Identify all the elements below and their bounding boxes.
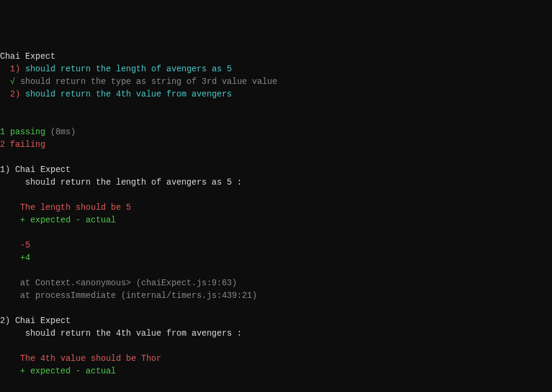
failure-suite: Chai Expect xyxy=(15,165,70,174)
passing-word: passing xyxy=(10,127,46,137)
passing-time: (8ms) xyxy=(50,127,76,137)
passing-count: 1 xyxy=(0,127,5,137)
failure-num: 2) xyxy=(0,316,10,325)
diff-header: + expected - actual xyxy=(20,366,116,376)
failure-test: should return the length of avengers as … xyxy=(25,177,242,187)
diff-actual: -5 xyxy=(20,240,31,250)
fail-marker: 1) xyxy=(10,64,20,74)
fail-marker: 2) xyxy=(10,89,20,99)
test-desc: should return the length of avengers as … xyxy=(25,64,232,74)
pass-marker: √ xyxy=(10,77,15,86)
terminal-output: Chai Expect 1) should return the length … xyxy=(0,50,552,392)
failing-count: 2 xyxy=(0,140,5,149)
failure-message: The 4th value should be Thor xyxy=(20,354,161,363)
failing-word: failing xyxy=(10,140,46,149)
test-desc: should return the 4th value from avenger… xyxy=(25,89,232,99)
failure-num: 1) xyxy=(0,165,10,174)
diff-expected: +4 xyxy=(20,253,31,263)
diff-header: + expected - actual xyxy=(20,215,116,225)
suite-name: Chai Expect xyxy=(0,52,55,61)
stack-line: at Context.<anonymous> (chaiExpect.js:9:… xyxy=(20,278,237,288)
failure-suite: Chai Expect xyxy=(15,316,70,325)
stack-line: at processImmediate (internal/timers.js:… xyxy=(20,291,257,300)
failure-test: should return the 4th value from avenger… xyxy=(25,328,242,338)
test-desc: should return the type as string of 3rd … xyxy=(20,77,277,86)
failure-message: The length should be 5 xyxy=(20,203,131,212)
